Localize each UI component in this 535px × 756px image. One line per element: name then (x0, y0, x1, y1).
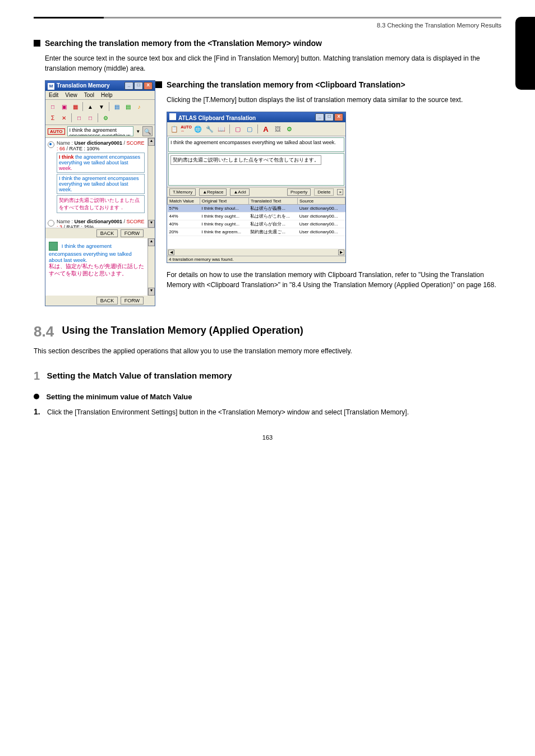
close-button[interactable]: X (334, 113, 343, 121)
auto-badge: AUTO (48, 128, 65, 135)
toolbar-icon[interactable]: ♪ (134, 102, 144, 112)
forw-button[interactable]: FORW (121, 229, 144, 237)
table-row[interactable]: 44%I think they ought...私は彼らがこれを...User … (168, 213, 345, 220)
toolbar-icon[interactable]: ▤ (123, 102, 133, 112)
chapter-desc: This section describes the applied opera… (34, 346, 501, 356)
font-icon[interactable]: A (261, 124, 271, 134)
step-body: Click the [Translation Environment Setti… (47, 407, 409, 417)
chapter-title: Using the Translation Memory (Applied Op… (62, 324, 303, 337)
tm-entry[interactable]: Name : User dictionary0001 / SCORE : 66 … (45, 138, 155, 216)
section2-body2: For details on how to use the translatio… (167, 270, 501, 290)
scroll-up-icon[interactable]: ▲ (148, 238, 155, 246)
scroll-down-icon[interactable]: ▼ (148, 288, 155, 296)
bullet-icon (34, 40, 40, 47)
section2-title: Searching the translation memory from <C… (167, 80, 405, 89)
col-original[interactable]: Original Text (200, 198, 248, 205)
clip-target[interactable]: 契約書は先週ご説明いたしました点をすべて包含しております。 (168, 153, 344, 186)
section2-body1: Clicking the [T.Memory] button displays … (167, 95, 501, 105)
table-row[interactable]: 57%I think they shoul...私は彼らが義務...User d… (168, 205, 345, 213)
page-ref: 8.3 Checking the Translation Memory Resu… (34, 22, 501, 29)
col-translated[interactable]: Translated Text (248, 198, 297, 205)
toolbar-icon[interactable]: ▤ (112, 102, 122, 112)
up-icon[interactable]: ▲ (85, 102, 95, 112)
forw-button[interactable]: FORW (121, 297, 144, 305)
radio-selected[interactable] (48, 141, 54, 148)
clipboard-icon[interactable]: 📋 (169, 124, 179, 134)
maximize-button[interactable]: □ (325, 113, 334, 121)
table-row[interactable]: 20%I think the agreem...契約書は先週ご...User d… (168, 228, 345, 236)
down-icon[interactable]: ▼ (96, 102, 107, 112)
image-icon[interactable]: 🖼 (273, 124, 283, 134)
globe-icon[interactable]: 🌐 (193, 124, 203, 134)
section1-body: Enter the source text in the source text… (45, 53, 501, 73)
toolbar-icon[interactable]: ▦ (70, 102, 80, 112)
col-match[interactable]: Match Value (168, 198, 200, 205)
search-input[interactable]: I think the agreement encompasses everyt… (67, 126, 134, 136)
bullet-round-icon (34, 394, 39, 399)
scroll-left-icon[interactable]: ◀ (168, 250, 174, 255)
col-source[interactable]: Source (297, 198, 345, 205)
settings-icon[interactable]: ⚙ (284, 124, 294, 134)
maximize-button[interactable]: □ (134, 82, 143, 90)
radio-unselected[interactable] (48, 220, 54, 227)
results-table: Match Value Original Text Translated Tex… (167, 197, 345, 249)
minimize-button[interactable]: _ (124, 82, 133, 90)
clip-source[interactable]: I think the agreement encompasses everyt… (168, 137, 344, 152)
lower-source: I think the agreement encompasses everyt… (49, 243, 132, 263)
tm-entry[interactable]: Name : User dictionary0001 / SCORE : 3 /… (45, 216, 155, 228)
chapter-number: 8.4 (34, 323, 54, 340)
tool-icon[interactable]: 🔧 (205, 124, 215, 134)
toolbar-icon[interactable]: □ (48, 102, 58, 112)
back-button[interactable]: BACK (96, 297, 118, 305)
menu-view[interactable]: View (65, 92, 77, 98)
table-row[interactable]: 40%I think they ought...私は彼らが自分...User d… (168, 220, 345, 228)
toolbar-icon[interactable]: ▣ (59, 102, 69, 112)
delete-button[interactable]: Delete (314, 188, 334, 196)
status-bar: 4 translation memory was found. (167, 256, 345, 262)
minimize-button[interactable]: _ (315, 113, 324, 121)
page-number: 163 (34, 434, 501, 441)
toolbar-icon[interactable]: Σ (48, 113, 58, 123)
scrollbar[interactable]: ▲ ▼ (147, 238, 155, 296)
bullet-icon (155, 81, 162, 88)
settings-icon[interactable]: ⚙ (100, 113, 110, 123)
clip-title: ATLAS Clipboard Translation (169, 113, 256, 121)
menu-edit[interactable]: Edit (49, 92, 58, 98)
back-button[interactable]: BACK (96, 229, 118, 237)
section-heading: Setting the Match Value of translation m… (47, 371, 232, 380)
property-button[interactable]: Property (287, 188, 311, 196)
box-icon[interactable]: ▢ (245, 124, 255, 134)
find-button[interactable]: 🔍 (142, 126, 153, 136)
box-icon[interactable]: ▢ (233, 124, 243, 134)
toolbar-icon[interactable]: □ (74, 113, 84, 123)
close-button[interactable]: X (144, 82, 153, 90)
lower-target: 私は、協定が私たちが先週頃に話したすべてを取り囲むと思います。 (49, 263, 145, 278)
step-number: 1. (34, 407, 47, 417)
clipboard-translation-window: ATLAS Clipboard Translation _ □ X 📋 AUTO… (167, 112, 346, 263)
section-number: 1 (34, 370, 40, 382)
delete-icon[interactable]: ✕ (59, 113, 69, 123)
menu-help[interactable]: Help (101, 92, 113, 98)
add-button[interactable]: ▲Add (230, 188, 249, 196)
tm-title: MTranslation Memory (48, 82, 109, 90)
close-panel-icon[interactable]: × (337, 189, 343, 195)
translate-icon (49, 242, 58, 251)
scroll-right-icon[interactable]: ▶ (338, 250, 344, 255)
replace-button[interactable]: ▲Replace (199, 188, 227, 196)
tmemory-button[interactable]: T.Memory (169, 188, 196, 196)
translation-memory-window: MTranslation Memory _ □ X Edit View Tool… (45, 80, 155, 306)
toolbar-icon[interactable]: □ (85, 113, 95, 123)
tool-icon[interactable]: 📖 (216, 124, 227, 134)
menu-tool[interactable]: Tool (84, 92, 94, 98)
dropdown-icon[interactable]: ▼ (136, 129, 140, 134)
subsection-heading: Setting the minimum value of Match Value (46, 393, 192, 401)
auto-icon[interactable]: AUTO↔ (181, 124, 191, 134)
section1-title: Searching the translation memory from th… (45, 39, 322, 48)
